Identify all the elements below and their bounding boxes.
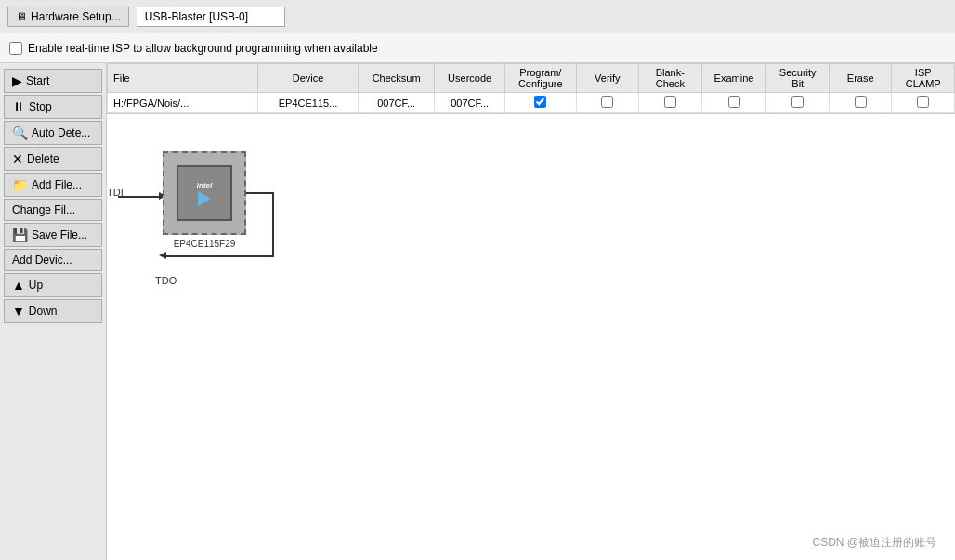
title-bar: 🖥 Hardware Setup... USB-Blaster [USB-0] — [0, 0, 955, 33]
diagram-section: TDI intel EP4CE115F29 TDO — [107, 114, 955, 560]
tdo-label: TDO — [155, 275, 177, 286]
enable-isp-label: Enable real-time ISP to allow background… — [28, 42, 378, 55]
col-erase: Erase — [829, 64, 892, 93]
up-icon: ▲ — [12, 278, 25, 293]
down-label: Down — [29, 305, 58, 318]
examine-checkbox[interactable] — [728, 96, 740, 108]
chip-triangle-icon — [198, 191, 211, 206]
isp-checkbox[interactable] — [917, 96, 929, 108]
col-program: Program/Configure — [505, 64, 577, 93]
enable-isp-checkbox[interactable] — [9, 42, 22, 55]
sidebar: ▶ Start ⏸ Stop 🔍 Auto Dete... ✕ Delete 📁… — [0, 63, 107, 560]
col-file: File — [108, 64, 258, 93]
up-button[interactable]: ▲ Up — [4, 273, 102, 297]
chip-diagram: TDI intel EP4CE115F29 TDO — [163, 151, 246, 249]
chip-inner: intel — [177, 165, 232, 221]
auto-detect-label: Auto Dete... — [32, 126, 90, 139]
col-device: Device — [258, 64, 359, 93]
erase-checkbox[interactable] — [855, 96, 867, 108]
start-button[interactable]: ▶ Start — [4, 69, 102, 93]
col-checksum: Checksum — [359, 64, 435, 93]
stop-icon: ⏸ — [12, 99, 25, 114]
main-layout: ▶ Start ⏸ Stop 🔍 Auto Dete... ✕ Delete 📁… — [0, 63, 955, 560]
tdo-arrow-icon — [159, 252, 166, 259]
row-program[interactable] — [505, 93, 577, 113]
delete-label: Delete — [27, 152, 59, 165]
col-security: SecurityBit — [766, 64, 830, 93]
programming-table: File Device Checksum Usercode Program/Co… — [107, 63, 955, 113]
stop-button[interactable]: ⏸ Stop — [4, 95, 102, 119]
col-examine: Examine — [701, 64, 766, 93]
col-blank-check: Blank-Check — [639, 64, 702, 93]
tdi-line — [118, 196, 163, 198]
add-device-label: Add Devic... — [12, 254, 72, 267]
chip-box: intel — [163, 151, 246, 235]
col-verify: Verify — [576, 64, 639, 93]
stop-label: Stop — [29, 100, 52, 113]
chip-name: EP4CE115F29 — [163, 239, 246, 249]
content-area: File Device Checksum Usercode Program/Co… — [107, 63, 955, 560]
save-file-label: Save File... — [32, 228, 87, 241]
row-checksum: 007CF... — [359, 93, 435, 113]
add-file-icon: 📁 — [12, 177, 28, 192]
row-blank-check[interactable] — [639, 93, 702, 113]
up-label: Up — [29, 279, 43, 292]
row-verify[interactable] — [576, 93, 639, 113]
row-erase[interactable] — [829, 93, 892, 113]
col-usercode: Usercode — [435, 64, 505, 93]
add-file-button[interactable]: 📁 Add File... — [4, 173, 102, 197]
hardware-icon: 🖥 — [16, 10, 27, 23]
add-file-label: Add File... — [32, 178, 82, 191]
save-file-icon: 💾 — [12, 228, 28, 242]
down-icon: ▼ — [12, 304, 25, 319]
row-file: H:/FPGA/Nois/... — [108, 93, 258, 113]
right-line — [246, 192, 274, 194]
row-usercode: 007CF... — [435, 93, 505, 113]
start-label: Start — [26, 74, 49, 87]
bottom-line — [163, 255, 274, 257]
row-device: EP4CE115... — [258, 93, 359, 113]
col-isp: ISPCLAMP — [892, 64, 955, 93]
row-isp[interactable] — [892, 93, 955, 113]
table-row: H:/FPGA/Nois/... EP4CE115... 007CF... 00… — [108, 93, 955, 113]
auto-detect-button[interactable]: 🔍 Auto Dete... — [4, 121, 102, 145]
device-label: USB-Blaster [USB-0] — [137, 7, 285, 27]
row-examine[interactable] — [701, 93, 766, 113]
down-button[interactable]: ▼ Down — [4, 299, 102, 323]
table-section: File Device Checksum Usercode Program/Co… — [107, 63, 955, 114]
auto-detect-icon: 🔍 — [12, 125, 28, 140]
delete-icon: ✕ — [12, 151, 23, 166]
change-file-label: Change Fil... — [12, 203, 75, 216]
blank-check-checkbox[interactable] — [664, 96, 676, 108]
hardware-setup-label: Hardware Setup... — [31, 10, 121, 23]
add-device-button[interactable]: Add Devic... — [4, 249, 102, 271]
verify-checkbox[interactable] — [601, 96, 613, 108]
hardware-setup-button[interactable]: 🖥 Hardware Setup... — [7, 7, 129, 27]
save-file-button[interactable]: 💾 Save File... — [4, 223, 102, 247]
security-checkbox[interactable] — [791, 96, 804, 108]
delete-button[interactable]: ✕ Delete — [4, 147, 102, 171]
intel-logo: intel — [197, 181, 212, 189]
right-line-down — [272, 192, 274, 257]
row-security[interactable] — [766, 93, 830, 113]
program-checkbox[interactable] — [534, 96, 546, 108]
enable-bar: Enable real-time ISP to allow background… — [0, 33, 955, 63]
change-file-button[interactable]: Change Fil... — [4, 199, 102, 221]
start-icon: ▶ — [12, 73, 22, 88]
watermark: CSDN @被迫注册的账号 — [812, 535, 936, 551]
